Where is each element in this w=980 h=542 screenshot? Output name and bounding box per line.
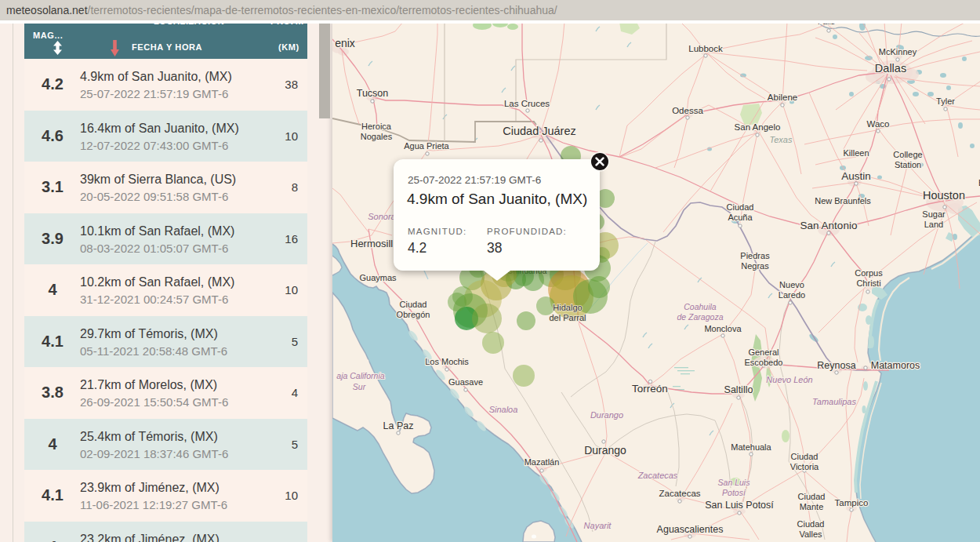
svg-text:Zacatecas: Zacatecas xyxy=(659,489,700,498)
svg-text:Hermosill: Hermosill xyxy=(350,238,393,249)
svg-text:Zacatecas: Zacatecas xyxy=(637,471,678,480)
svg-text:Los Mochis: Los Mochis xyxy=(425,357,469,366)
svg-text:del Parral: del Parral xyxy=(549,313,586,322)
svg-text:Monclova: Monclova xyxy=(704,324,742,333)
svg-text:Ciudad: Ciudad xyxy=(400,300,427,309)
svg-text:Tyler: Tyler xyxy=(936,96,955,106)
svg-text:Valles: Valles xyxy=(799,529,822,539)
svg-text:Sinaloa: Sinaloa xyxy=(489,405,518,414)
svg-text:Tucson: Tucson xyxy=(357,88,389,99)
svg-text:La Paz: La Paz xyxy=(383,420,414,431)
svg-text:Austin: Austin xyxy=(841,170,871,182)
svg-text:Agua Prieta: Agua Prieta xyxy=(404,141,449,151)
svg-text:Potosí: Potosí xyxy=(722,488,746,497)
svg-text:Tampico: Tampico xyxy=(835,498,869,507)
svg-text:Ciudad Juárez: Ciudad Juárez xyxy=(503,125,576,137)
svg-text:Reynosa: Reynosa xyxy=(817,360,855,371)
svg-text:Matamoros: Matamoros xyxy=(871,360,920,371)
svg-text:Guaymas: Guaymas xyxy=(359,273,397,282)
svg-text:San Luis Potosí: San Luis Potosí xyxy=(705,500,774,511)
svg-text:Lubbock: Lubbock xyxy=(688,44,723,53)
svg-text:Ciudad: Ciudad xyxy=(798,492,826,501)
svg-text:McKinney: McKinney xyxy=(879,47,917,56)
svg-text:Nogales: Nogales xyxy=(361,132,393,141)
svg-text:Sonora: Sonora xyxy=(368,212,395,221)
svg-text:Mante: Mante xyxy=(800,502,824,511)
svg-text:Texas: Texas xyxy=(770,135,793,144)
svg-text:Acuña: Acuña xyxy=(728,213,753,222)
svg-text:Killeen: Killeen xyxy=(843,148,869,158)
svg-text:Laredo: Laredo xyxy=(779,290,805,300)
svg-text:Station: Station xyxy=(895,160,921,169)
svg-text:Ciudad: Ciudad xyxy=(797,519,825,529)
svg-text:Saltillo: Saltillo xyxy=(724,384,753,395)
svg-text:Coahuila: Coahuila xyxy=(684,302,717,311)
svg-text:enix: enix xyxy=(335,37,355,49)
svg-text:General: General xyxy=(748,347,779,357)
svg-text:College: College xyxy=(893,150,922,159)
svg-text:de Zaragoza: de Zaragoza xyxy=(677,312,724,322)
svg-text:Aguascalientes: Aguascalientes xyxy=(657,524,724,535)
svg-text:Dallas: Dallas xyxy=(875,62,906,75)
svg-text:Christi: Christi xyxy=(856,278,880,288)
svg-text:Houston: Houston xyxy=(923,189,965,202)
svg-text:Matehuala: Matehuala xyxy=(731,442,771,452)
svg-text:Torreón: Torreón xyxy=(632,383,668,395)
svg-text:Escobedo: Escobedo xyxy=(745,358,783,367)
svg-text:Sugar: Sugar xyxy=(922,209,946,219)
svg-text:San Angelo: San Angelo xyxy=(735,122,781,132)
svg-text:Mazatlán: Mazatlán xyxy=(524,457,560,467)
svg-text:Heroica: Heroica xyxy=(361,122,392,131)
svg-text:Victoria: Victoria xyxy=(790,462,819,471)
svg-text:Durango: Durango xyxy=(584,444,626,457)
svg-text:Nuevo: Nuevo xyxy=(779,280,804,289)
svg-text:Hidalgo: Hidalgo xyxy=(553,303,582,312)
svg-text:Land: Land xyxy=(924,220,943,229)
svg-text:New Braunfels: New Braunfels xyxy=(815,196,871,206)
svg-text:Nayarit: Nayarit xyxy=(584,521,612,530)
svg-text:Las Cruces: Las Cruces xyxy=(504,99,550,108)
svg-text:Negras: Negras xyxy=(741,261,769,271)
svg-text:Ciudad: Ciudad xyxy=(791,452,818,461)
svg-text:Abilene: Abilene xyxy=(768,93,797,102)
svg-text:Durango: Durango xyxy=(590,410,623,420)
svg-text:Sur: Sur xyxy=(353,382,366,391)
svg-text:Odessa: Odessa xyxy=(672,106,703,115)
svg-text:Tamaulipas: Tamaulipas xyxy=(812,397,856,406)
svg-text:Nuevo León: Nuevo León xyxy=(766,375,812,384)
svg-text:Piedras: Piedras xyxy=(740,251,770,260)
svg-text:Waco: Waco xyxy=(867,119,890,129)
svg-text:Obregón: Obregón xyxy=(397,310,430,319)
svg-text:San Luis: San Luis xyxy=(718,478,751,487)
svg-text:Ciudad: Ciudad xyxy=(727,202,754,212)
svg-text:Corpus: Corpus xyxy=(855,268,883,278)
svg-text:aja California: aja California xyxy=(336,371,384,380)
svg-text:Guasave: Guasave xyxy=(448,377,483,387)
svg-text:San Antonio: San Antonio xyxy=(800,220,858,231)
